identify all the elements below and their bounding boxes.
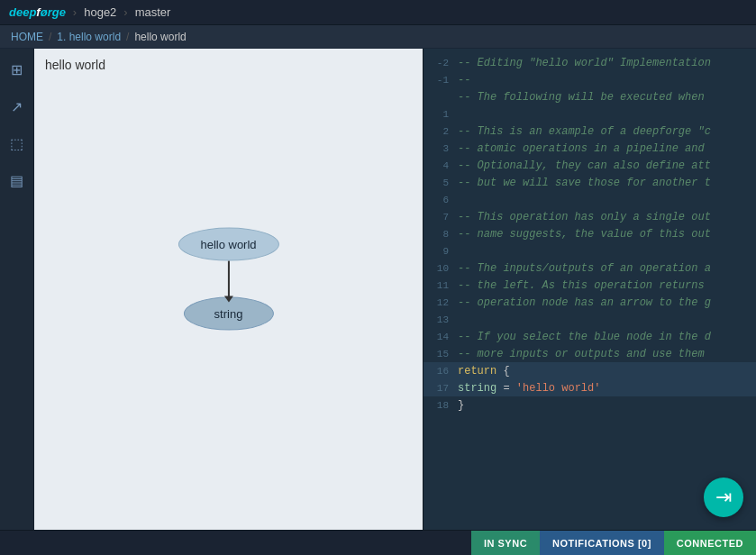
breadcrumb-item1[interactable]: 1. hello world bbox=[57, 31, 121, 43]
line-code: -- atomic operations in a pipeline and bbox=[458, 142, 705, 155]
nav-sep-2: › bbox=[123, 5, 127, 19]
line-number: 9 bbox=[424, 246, 458, 257]
code-line: 2-- This is an example of a deepforge "c bbox=[424, 123, 756, 140]
code-line: 16return { bbox=[424, 362, 756, 379]
sidebar-icon-copy[interactable]: ⬚ bbox=[6, 132, 27, 156]
line-number: 15 bbox=[424, 349, 458, 359]
code-line: -- The following will be executed when bbox=[424, 88, 756, 105]
line-code: -- The inputs/outputs of an operation a bbox=[458, 262, 711, 275]
code-line: 5-- but we will save those for another t bbox=[424, 174, 756, 191]
line-code: -- Optionally, they can also define att bbox=[458, 159, 711, 172]
line-code: string = 'hello world' bbox=[458, 382, 600, 395]
node-title: hello world bbox=[45, 58, 105, 72]
code-line: 18} bbox=[424, 396, 756, 414]
in-sync-button[interactable]: IN SYNC bbox=[471, 531, 540, 556]
main-layout: ⊞ ↗ ⬚ ▤ hello world hello world string -… bbox=[0, 49, 756, 530]
line-code: -- but we will save those for another t bbox=[458, 177, 711, 189]
code-area[interactable]: -2-- Editing "hello world" Implementatio… bbox=[423, 49, 756, 530]
code-line: 7-- This operation has only a single out bbox=[424, 208, 756, 225]
line-number: -1 bbox=[424, 75, 458, 86]
line-number: 12 bbox=[424, 297, 458, 308]
line-code: -- This is an example of a deepforge "c bbox=[458, 125, 711, 138]
code-line: -1-- bbox=[424, 71, 756, 88]
line-code: -- operation node has an arrow to the g bbox=[458, 296, 711, 309]
line-code: } bbox=[458, 399, 464, 412]
line-code: -- If you select the blue node in the d bbox=[458, 331, 711, 343]
flow-arrow bbox=[228, 261, 230, 297]
nav-project[interactable]: hoge2 bbox=[84, 5, 116, 19]
code-line: 14-- If you select the blue node in the … bbox=[424, 328, 756, 345]
connected-button[interactable]: CONNECTED bbox=[664, 531, 756, 556]
code-line: 6 bbox=[424, 191, 756, 208]
flow-diagram: hello world string bbox=[178, 228, 278, 331]
sidebar-icon-layers[interactable]: ▤ bbox=[6, 168, 27, 193]
breadcrumb-item2: hello world bbox=[134, 31, 186, 43]
code-line: 11-- the left. As this operation returns bbox=[424, 277, 756, 294]
code-line: 10-- The inputs/outputs of an operation … bbox=[424, 259, 756, 277]
line-number: 1 bbox=[424, 109, 458, 120]
code-content: -2-- Editing "hello world" Implementatio… bbox=[424, 49, 756, 530]
line-number: 17 bbox=[424, 383, 458, 394]
sync-button[interactable]: ⇥ bbox=[704, 478, 743, 517]
line-number: 2 bbox=[424, 126, 458, 137]
breadcrumb: HOME / 1. hello world / hello world bbox=[0, 25, 756, 49]
line-number: 8 bbox=[424, 229, 458, 240]
code-line: -2-- Editing "hello world" Implementatio… bbox=[424, 54, 756, 71]
line-number: 7 bbox=[424, 212, 458, 223]
nav-branch[interactable]: master bbox=[135, 5, 171, 19]
code-line: 1 bbox=[424, 105, 756, 123]
line-code: -- the left. As this operation returns bbox=[458, 279, 705, 292]
canvas-area[interactable]: hello world hello world string bbox=[34, 49, 423, 530]
code-line: 13 bbox=[424, 311, 756, 328]
nav-sep-1: › bbox=[73, 5, 77, 19]
line-number: 10 bbox=[424, 263, 458, 274]
line-code: -- Editing "hello world" Implementation bbox=[458, 57, 711, 69]
line-code: -- bbox=[458, 74, 470, 86]
breadcrumb-sep-1: / bbox=[49, 31, 51, 43]
line-number: 13 bbox=[424, 314, 458, 325]
line-number: 4 bbox=[424, 160, 458, 171]
line-code: -- The following will be executed when bbox=[458, 91, 705, 104]
code-line: 9 bbox=[424, 242, 756, 259]
sidebar-icon-arrow[interactable]: ↗ bbox=[7, 95, 26, 119]
status-bar: IN SYNC NOTIFICATIONS [0] CONNECTED bbox=[0, 530, 756, 555]
line-code: -- name suggests, the value of this out bbox=[458, 228, 711, 241]
logo: deepførge bbox=[9, 5, 66, 19]
line-code: return { bbox=[458, 365, 510, 378]
line-number: -2 bbox=[424, 58, 458, 68]
notifications-button[interactable]: NOTIFICATIONS [0] bbox=[540, 531, 664, 556]
code-line: 3-- atomic operations in a pipeline and bbox=[424, 140, 756, 157]
sync-icon: ⇥ bbox=[715, 486, 732, 509]
sidebar: ⊞ ↗ ⬚ ▤ bbox=[0, 49, 34, 530]
line-number: 5 bbox=[424, 177, 458, 188]
line-number: 6 bbox=[424, 195, 458, 205]
line-number: 18 bbox=[424, 400, 458, 411]
line-number: 16 bbox=[424, 366, 458, 377]
line-number: 11 bbox=[424, 280, 458, 291]
sidebar-icon-node[interactable]: ⊞ bbox=[7, 58, 26, 82]
code-line: 8-- name suggests, the value of this out bbox=[424, 225, 756, 242]
line-number: 14 bbox=[424, 332, 458, 342]
logo-text: deepførge bbox=[9, 5, 66, 19]
breadcrumb-home[interactable]: HOME bbox=[11, 31, 43, 43]
code-line: 4-- Optionally, they can also define att bbox=[424, 157, 756, 174]
code-line: 12-- operation node has an arrow to the … bbox=[424, 294, 756, 311]
flow-node-top[interactable]: hello world bbox=[178, 228, 278, 261]
line-number: 3 bbox=[424, 143, 458, 154]
code-line: 15-- more inputs or outputs and use them bbox=[424, 345, 756, 362]
code-line: 17 string = 'hello world' bbox=[424, 379, 756, 396]
breadcrumb-sep-2: / bbox=[126, 31, 129, 43]
line-code: -- more inputs or outputs and use them bbox=[458, 348, 705, 360]
top-nav: deepførge › hoge2 › master bbox=[0, 0, 756, 25]
line-code: -- This operation has only a single out bbox=[458, 211, 711, 223]
